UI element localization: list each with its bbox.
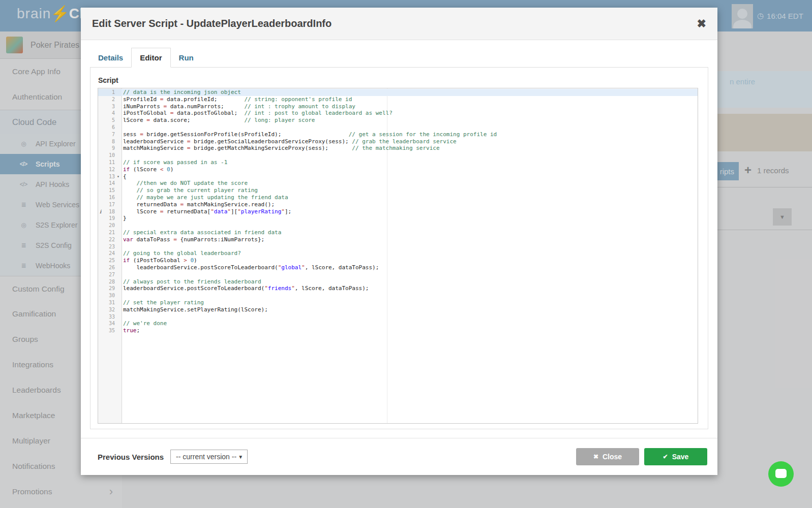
code-line[interactable]: 16 // maybe we are just updating the fri… — [98, 194, 698, 201]
line-number: 1 — [98, 89, 122, 96]
code-line[interactable]: 17 returnedData = matchMakingService.rea… — [98, 201, 698, 208]
code-line[interactable]: 4iPostToGlobal = data.postToGlobal; // i… — [98, 110, 698, 117]
code-text — [122, 124, 698, 131]
line-number: 30 — [98, 292, 122, 299]
code-line[interactable]: 34// we're done — [98, 320, 698, 327]
previous-versions-label: Previous Versions — [98, 453, 164, 461]
code-line[interactable]: 29leaderboardService.postScoreToLeaderbo… — [98, 285, 698, 292]
code-text: { — [122, 173, 698, 180]
line-number: 24 — [98, 250, 122, 257]
code-text: // maybe we are just updating the friend… — [122, 194, 698, 201]
code-line[interactable]: 13▾{ — [98, 173, 698, 180]
code-line[interactable]: 31// set the player rating — [98, 299, 698, 306]
line-number: 3 — [98, 103, 122, 110]
x-icon: ✖ — [593, 453, 598, 460]
line-number: 31 — [98, 299, 122, 306]
code-line[interactable]: 30 — [98, 292, 698, 299]
fold-caret-icon[interactable]: ▾ — [115, 173, 122, 180]
code-text — [122, 313, 698, 321]
line-number: 26 — [98, 264, 122, 271]
line-number: 4 — [98, 110, 122, 117]
code-line[interactable]: 3iNumParrots = data.numParrots; // int :… — [98, 103, 698, 110]
code-line[interactable]: 12if (lScore < 0) — [98, 166, 698, 173]
info-annotation-icon: i — [98, 208, 104, 215]
code-text: // special extra data associated in frie… — [122, 229, 698, 236]
code-text: // we're done — [122, 320, 698, 327]
previous-versions-select[interactable]: -- current version -- ▼ — [170, 450, 248, 464]
code-line[interactable]: 1// data is the incoming json object — [98, 89, 698, 96]
code-line[interactable]: 26 leaderboardService.postScoreToLeaderb… — [98, 264, 698, 271]
modal-footer: Previous Versions -- current version -- … — [81, 438, 717, 475]
line-number: 29 — [98, 285, 122, 292]
code-line[interactable]: 21// special extra data associated in fr… — [98, 229, 698, 236]
line-number: 10 — [98, 152, 122, 159]
code-text — [122, 292, 698, 299]
line-number: 17 — [98, 201, 122, 208]
check-icon: ✔ — [663, 453, 668, 460]
modal-close-button[interactable]: ✖ — [697, 18, 706, 29]
code-text — [122, 222, 698, 229]
code-line[interactable]: 7sess = bridge.getSessionForProfile(sPro… — [98, 131, 698, 138]
code-text: iNumParrots = data.numParrots; // int : … — [122, 103, 698, 110]
code-line[interactable]: 23 — [98, 243, 698, 250]
code-text: // going to the global leaderboard? — [122, 250, 698, 257]
code-line[interactable]: 9matchMakingService = bridge.getMatchMak… — [98, 145, 698, 152]
code-line[interactable]: 28// always post to the friends leaderbo… — [98, 278, 698, 285]
code-line[interactable]: 27 — [98, 271, 698, 278]
script-editor[interactable]: 1// data is the incoming json object2sPr… — [98, 88, 698, 424]
line-number: 20 — [98, 222, 122, 229]
tab-details[interactable]: Details — [90, 48, 131, 67]
code-text: // always post to the friends leaderboar… — [122, 278, 698, 285]
line-number: 8 — [98, 138, 122, 145]
code-line[interactable]: i18 lScore = returnedData["data"]["playe… — [98, 208, 698, 215]
save-button[interactable]: ✔ Save — [644, 448, 707, 465]
code-line[interactable]: 20 — [98, 222, 698, 229]
code-line[interactable]: 14 //then we do NOT update the score — [98, 180, 698, 187]
code-text: // set the player rating — [122, 299, 698, 306]
code-text — [122, 271, 698, 278]
code-line[interactable]: 15 // so grab the current player rating — [98, 187, 698, 194]
code-line[interactable]: 8leaderboardService = bridge.getSocialLe… — [98, 138, 698, 145]
code-text: // data is the incoming json object — [122, 89, 698, 96]
code-line[interactable]: 6 — [98, 124, 698, 131]
script-section-label: Script — [98, 76, 701, 84]
line-number: 28 — [98, 278, 122, 285]
page: brain ⚡ Cloud ◷ 16:04 EDT Poker Pirates … — [0, 0, 812, 508]
tab-editor[interactable]: Editor — [131, 48, 170, 68]
close-button[interactable]: ✖ Close — [576, 448, 639, 465]
code-line[interactable]: 24// going to the global leaderboard? — [98, 250, 698, 257]
code-line[interactable]: 22var dataToPass = {numParrots:iNumParro… — [98, 236, 698, 243]
code-line[interactable]: 11// if score was passed in as -1 — [98, 159, 698, 166]
chat-widget-button[interactable] — [768, 461, 794, 487]
code-line[interactable]: 35true; — [98, 327, 698, 334]
code-text — [122, 152, 698, 159]
code-line[interactable]: 19} — [98, 215, 698, 222]
line-number: 7 — [98, 131, 122, 138]
code-text: } — [122, 215, 698, 222]
code-line[interactable]: 33 — [98, 313, 698, 321]
code-text: leaderboardService.postScoreToLeaderboar… — [122, 264, 698, 271]
code-text: var dataToPass = {numParrots:iNumParrots… — [122, 236, 698, 243]
save-button-label: Save — [672, 453, 689, 461]
code-text: returnedData = matchMakingService.read()… — [122, 201, 698, 208]
line-number: 9 — [98, 145, 122, 152]
line-number: 32 — [98, 306, 122, 313]
editor-lines: 1// data is the incoming json object2sPr… — [98, 89, 698, 334]
code-line[interactable]: 32matchMakingService.setPlayerRating(lSc… — [98, 306, 698, 313]
code-text: if (lScore < 0) — [122, 166, 698, 173]
code-line[interactable]: 2sProfileId = data.profileId; // string:… — [98, 96, 698, 103]
tab-content-panel: Script 1// data is the incoming json obj… — [90, 68, 708, 429]
code-line[interactable]: 5lScore = data.score; // long: player sc… — [98, 117, 698, 124]
line-number: 2 — [98, 96, 122, 103]
code-text: sProfileId = data.profileId; // string: … — [122, 96, 698, 103]
code-text — [122, 243, 698, 250]
line-number: 25 — [98, 257, 122, 264]
line-number: 5 — [98, 117, 122, 124]
code-text: leaderboardService.postScoreToLeaderboar… — [122, 285, 698, 292]
tab-run[interactable]: Run — [171, 48, 202, 67]
code-text: iPostToGlobal = data.postToGlobal; // in… — [122, 110, 698, 117]
code-text: // so grab the current player rating — [122, 187, 698, 194]
selected-version: -- current version -- — [176, 453, 236, 461]
code-line[interactable]: 10 — [98, 152, 698, 159]
code-line[interactable]: 25if (iPostToGlobal > 0) — [98, 257, 698, 264]
